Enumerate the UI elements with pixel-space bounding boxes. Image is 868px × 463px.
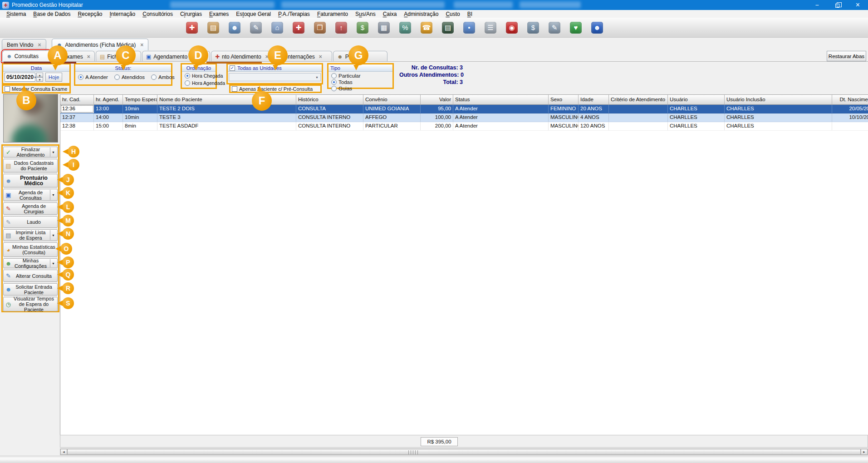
radio-hora-chegada[interactable]: Hora Chegada bbox=[185, 73, 223, 79]
radio-guias[interactable]: Guias bbox=[331, 86, 361, 91]
scrollbar-thumb[interactable] bbox=[67, 449, 861, 455]
menu-internacao[interactable]: Internação bbox=[106, 11, 139, 17]
close-tab-icon[interactable]: × bbox=[87, 54, 90, 60]
menu-caixa[interactable]: Caixa bbox=[379, 11, 401, 17]
column-header-dt-nascimento[interactable]: Dt. Nascimento bbox=[832, 95, 868, 105]
hoje-button[interactable]: Hoje bbox=[45, 73, 62, 82]
ledger-book-icon[interactable]: ▤ bbox=[441, 21, 455, 34]
column-header-nome-do-paciente[interactable]: Nome do Paciente bbox=[157, 95, 296, 105]
column-header-criterio-de-atendimento[interactable]: Critério de Atendimento bbox=[609, 95, 668, 105]
radio-hora-agendada[interactable]: Hora Agendada bbox=[185, 80, 225, 86]
dropdown-arrow-icon[interactable]: ▼ bbox=[50, 259, 56, 267]
table-row[interactable]: 12:3714:0010minTESTE 3CONSULTA INTERNOAF… bbox=[60, 113, 868, 122]
vitals-book-icon[interactable]: ♥ bbox=[569, 21, 583, 34]
radio-ambos[interactable]: Ambos bbox=[151, 74, 175, 80]
column-header-tempo-espera[interactable]: Tempo Espera bbox=[123, 95, 157, 105]
close-tab-icon[interactable]: × bbox=[140, 42, 143, 48]
dados-cadastrais-do-paciente-button[interactable]: ▤Dados Cadastrais do Paciente bbox=[3, 159, 58, 172]
contract-document-icon[interactable]: ✎ bbox=[249, 21, 263, 34]
menu-base-de-dados[interactable]: Base de Dados bbox=[29, 11, 74, 17]
hospital-bed-icon[interactable]: ⌂ bbox=[270, 21, 284, 34]
doctor-icon[interactable]: ☻ bbox=[228, 21, 241, 34]
column-header-usuario[interactable]: Usuário bbox=[668, 95, 725, 105]
horizontal-scrollbar[interactable]: ◄ ► bbox=[60, 448, 868, 455]
unidades-checkbox[interactable]: ✓ bbox=[230, 65, 235, 71]
menu-cirurgias[interactable]: Cirurgias bbox=[177, 11, 206, 17]
column-header-status[interactable]: Status bbox=[453, 95, 549, 105]
menu-consultorios[interactable]: Consultórios bbox=[139, 11, 177, 17]
sub-tab-internacoes[interactable]: Internações× bbox=[282, 51, 332, 62]
dropdown-arrow-icon[interactable]: ▼ bbox=[50, 148, 56, 157]
radio-atendidos[interactable]: Atendidos bbox=[114, 74, 145, 80]
close-button[interactable]: × bbox=[848, 0, 868, 10]
column-header-convenio[interactable]: Convênio bbox=[363, 95, 421, 105]
cash-icon[interactable]: $ bbox=[356, 21, 369, 34]
scroll-right-icon[interactable]: ► bbox=[861, 449, 868, 455]
menu-p-a-terapias[interactable]: P.A./Terapias bbox=[275, 11, 314, 17]
billing-icon[interactable]: $ bbox=[526, 21, 540, 34]
menu-custo[interactable]: Custo bbox=[442, 11, 463, 17]
ambulance-icon[interactable]: ✚ bbox=[292, 21, 305, 34]
column-header-idade[interactable]: Idade bbox=[579, 95, 609, 105]
radio-particular[interactable]: Particular bbox=[331, 73, 361, 79]
report-icon[interactable]: ☰ bbox=[484, 21, 497, 34]
finalizar-atendimento-button[interactable]: ✓Finalizar Atendimento▼ bbox=[3, 147, 58, 158]
phone-directory-icon[interactable]: ☎ bbox=[420, 21, 433, 34]
restaurar-abas-button[interactable]: Restaurar Abas bbox=[827, 51, 866, 61]
chat-icon[interactable]: • bbox=[462, 21, 476, 34]
column-header-historico[interactable]: Histórico bbox=[296, 95, 363, 105]
close-tab-icon[interactable]: × bbox=[319, 54, 322, 60]
prontuario-medico-button[interactable]: ☻Prontuário Médico bbox=[3, 174, 58, 187]
column-header-sexo[interactable]: Sexo bbox=[549, 95, 579, 105]
dropdown-arrow-icon[interactable]: ▼ bbox=[50, 230, 56, 240]
sub-tab-consultas[interactable]: ☻Consultas bbox=[2, 50, 51, 62]
supplies-icon[interactable]: ❒ bbox=[313, 21, 327, 34]
radio-todas[interactable]: Todas bbox=[331, 79, 358, 85]
menu-estoque-geral[interactable]: Estoque Geral bbox=[232, 11, 275, 17]
agenda-de-cirurgias-button[interactable]: ✎Agenda de Cirurgias bbox=[3, 202, 58, 215]
scroll-left-icon[interactable]: ◄ bbox=[60, 449, 67, 455]
menu-recepcao[interactable]: Recepção bbox=[74, 11, 106, 17]
patient-records-icon[interactable]: ▤ bbox=[206, 21, 220, 34]
menu-exames[interactable]: Exames bbox=[206, 11, 232, 17]
date-spinner[interactable]: ▲▼ bbox=[36, 73, 43, 82]
dropdown-arrow-icon[interactable]: ▼ bbox=[50, 190, 56, 200]
alterar-consulta-button[interactable]: ✎Alterar Consulta bbox=[3, 270, 58, 282]
power-icon[interactable]: ◉ bbox=[505, 21, 519, 34]
menu-bi[interactable]: BI bbox=[464, 11, 476, 17]
menu-sistema[interactable]: Sistema bbox=[3, 11, 29, 17]
laudo-button[interactable]: ✎Laudo bbox=[3, 216, 58, 228]
menu-administracao[interactable]: Administração bbox=[400, 11, 442, 17]
patient-book-icon[interactable]: ☻ bbox=[590, 21, 604, 34]
main-tab-bem-vindo[interactable]: Bem Vindo× bbox=[2, 39, 46, 50]
table-row[interactable]: 12:3815:008minTESTE ASDADFCONSULTA INTER… bbox=[60, 122, 868, 131]
emergency-patients-icon[interactable]: ✚ bbox=[185, 21, 199, 34]
table-row[interactable]: 12:3613:0010minTESTE 2 DOISCONSULTAUNIME… bbox=[60, 105, 868, 113]
column-header-hr-cad[interactable]: hr. Cad. bbox=[60, 95, 94, 105]
imprimir-lista-de-espera-button[interactable]: ▤Imprimir Lista de Espera▼ bbox=[3, 229, 58, 241]
minimize-button[interactable]: − bbox=[807, 0, 827, 10]
mesclar-checkbox[interactable] bbox=[5, 86, 10, 92]
column-header-hr-agend[interactable]: hr. Agend. bbox=[94, 95, 123, 105]
main-tab-atendimentos-ficha-medica[interactable]: ☻Atendimentos (Ficha Médica)× bbox=[52, 39, 149, 50]
column-header-valor[interactable]: Valor bbox=[421, 95, 453, 105]
visualizar-tempos-de-espera-do-paciente-button[interactable]: ◷Visualizar Tempos de Espera do Paciente bbox=[3, 297, 58, 311]
pre-consulta-checkbox[interactable] bbox=[232, 86, 237, 92]
statistics-icon[interactable]: % bbox=[398, 21, 412, 34]
unidades-dropdown[interactable]: ▼ bbox=[229, 73, 321, 81]
finance-up-icon[interactable]: ↑ bbox=[334, 21, 348, 34]
menu-sus-ans[interactable]: Sus/Ans bbox=[352, 11, 379, 17]
menu-faturamento[interactable]: Faturamento bbox=[314, 11, 352, 17]
column-header-usuario-inclusao[interactable]: Usuário Inclusão bbox=[725, 95, 832, 105]
minhas-configuracoes-button[interactable]: ☻Minhas Configurações▼ bbox=[3, 258, 58, 268]
sign-document-icon[interactable]: ✎ bbox=[548, 21, 561, 34]
solicitar-entrada-paciente-button[interactable]: ☻Solicitar Entrada Paciente bbox=[3, 283, 58, 296]
close-tab-icon[interactable]: × bbox=[38, 42, 41, 48]
spin-up-icon[interactable]: ▲ bbox=[36, 73, 43, 77]
safe-cabinet-icon[interactable]: ▦ bbox=[377, 21, 391, 34]
agenda-de-consultas-button[interactable]: ▣Agenda de Consultas▼ bbox=[3, 189, 58, 201]
radio-a-atender[interactable]: A Atender bbox=[78, 74, 108, 80]
restore-button[interactable] bbox=[827, 0, 848, 10]
scrollbar-grip[interactable] bbox=[408, 450, 418, 454]
spin-down-icon[interactable]: ▼ bbox=[36, 77, 43, 82]
